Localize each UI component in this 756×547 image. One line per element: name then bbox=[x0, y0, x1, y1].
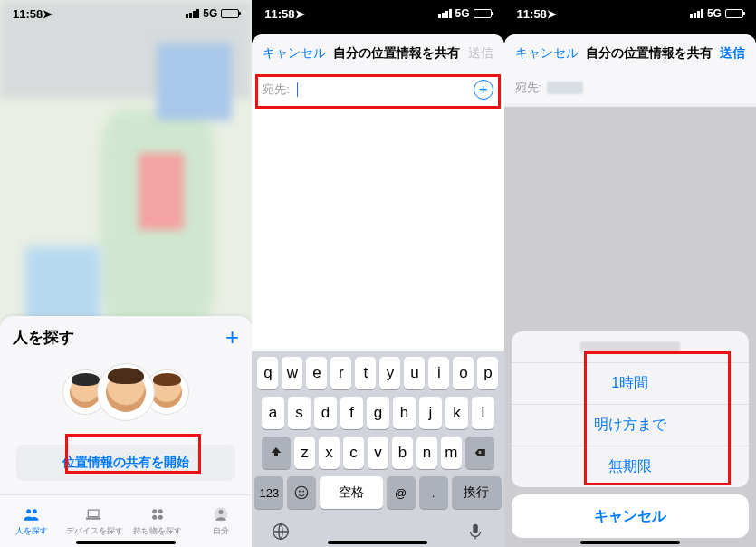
key-z[interactable]: z bbox=[294, 437, 315, 469]
home-indicator[interactable] bbox=[328, 541, 427, 544]
home-indicator[interactable] bbox=[580, 541, 680, 544]
globe-icon[interactable] bbox=[271, 522, 291, 542]
avatar-self[interactable] bbox=[97, 363, 155, 421]
key-f[interactable]: f bbox=[340, 397, 363, 429]
key-r[interactable]: r bbox=[330, 357, 351, 389]
share-modal: キャンセル 自分の位置情報を共有 送信 宛先: 1時間 明け方まで 無期限 キャ… bbox=[504, 34, 756, 547]
add-contact-button[interactable]: + bbox=[474, 80, 493, 100]
location-arrow-icon: ➤ bbox=[43, 7, 53, 21]
key-x[interactable]: x bbox=[319, 437, 340, 469]
modal-header: キャンセル 自分の位置情報を共有 送信 bbox=[504, 34, 756, 72]
shift-icon bbox=[269, 446, 283, 460]
svg-point-1 bbox=[158, 509, 163, 513]
tab-label: デバイスを探す bbox=[66, 525, 123, 537]
tab-label: 人を探す bbox=[15, 525, 48, 537]
at-key[interactable]: @ bbox=[387, 476, 416, 509]
key-p[interactable]: p bbox=[477, 357, 498, 389]
key-m[interactable]: m bbox=[441, 437, 462, 469]
key-n[interactable]: n bbox=[416, 437, 437, 469]
start-sharing-button[interactable]: 位置情報の共有を開始 bbox=[16, 445, 235, 481]
tab-me[interactable]: 自分 bbox=[189, 495, 253, 547]
key-o[interactable]: o bbox=[453, 357, 474, 389]
return-key[interactable]: 換行 bbox=[452, 476, 502, 509]
status-time: 11:58 bbox=[517, 7, 547, 21]
network-label: 5G bbox=[455, 7, 470, 20]
recipient-input[interactable] bbox=[298, 82, 474, 97]
avatar-group bbox=[0, 363, 252, 421]
signal-icon bbox=[438, 9, 452, 18]
svg-point-8 bbox=[303, 491, 305, 493]
network-label: 5G bbox=[203, 7, 217, 20]
numbers-key[interactable]: 123 bbox=[254, 476, 283, 509]
to-label: 宛先: bbox=[263, 82, 290, 98]
key-w[interactable]: w bbox=[282, 357, 302, 389]
sheet-cancel-button[interactable]: キャンセル bbox=[512, 494, 749, 538]
tab-label: 持ち物を探す bbox=[133, 525, 182, 537]
cancel-button[interactable]: キャンセル bbox=[515, 45, 579, 62]
recipient-redacted bbox=[547, 82, 583, 94]
key-a[interactable]: a bbox=[262, 397, 284, 429]
svg-point-2 bbox=[152, 515, 157, 520]
dot-key[interactable]: . bbox=[419, 476, 448, 509]
sheet-header-redacted bbox=[512, 331, 749, 362]
key-e[interactable]: e bbox=[306, 357, 327, 389]
modal-header: キャンセル 自分の位置情報を共有 送信 bbox=[252, 34, 503, 72]
key-k[interactable]: k bbox=[445, 397, 468, 429]
key-d[interactable]: d bbox=[314, 397, 337, 429]
key-j[interactable]: j bbox=[419, 397, 442, 429]
tab-people[interactable]: 人を探す bbox=[0, 495, 63, 547]
home-indicator[interactable] bbox=[76, 541, 176, 544]
modal-title: 自分の位置情報を共有 bbox=[586, 45, 713, 62]
backspace-key[interactable] bbox=[465, 437, 494, 469]
screen-share-duration: 11:58 ➤ 5G キャンセル 自分の位置情報を共有 送信 宛先: 1時間 明… bbox=[504, 0, 756, 547]
key-h[interactable]: h bbox=[393, 397, 416, 429]
status-bar: 11:58 ➤ 5G bbox=[0, 0, 252, 27]
battery-icon bbox=[725, 9, 743, 18]
svg-point-0 bbox=[152, 509, 157, 513]
option-one-hour[interactable]: 1時間 bbox=[512, 362, 749, 404]
key-g[interactable]: g bbox=[367, 397, 389, 429]
tab-bar: 人を探す デバイスを探す 持ち物を探す 自分 bbox=[0, 494, 252, 547]
share-modal: キャンセル 自分の位置情報を共有 送信 宛先: + qwertyuiop asd… bbox=[252, 34, 503, 547]
key-l[interactable]: l bbox=[472, 397, 494, 429]
option-until-morning[interactable]: 明け方まで bbox=[512, 404, 749, 446]
add-person-button[interactable]: + bbox=[225, 325, 239, 349]
send-button[interactable]: 送信 bbox=[720, 45, 745, 62]
emoji-key[interactable] bbox=[287, 476, 316, 509]
shift-key[interactable] bbox=[262, 437, 291, 469]
tab-devices[interactable]: デバイスを探す bbox=[63, 495, 127, 547]
key-i[interactable]: i bbox=[428, 357, 449, 389]
keyboard: qwertyuiop asdfghjkl zxcvbnm 123 空格 @ . bbox=[252, 351, 503, 547]
recipient-row[interactable]: 宛先: bbox=[504, 72, 756, 103]
start-sharing-label: 位置情報の共有を開始 bbox=[62, 455, 189, 471]
network-label: 5G bbox=[707, 7, 722, 20]
battery-icon bbox=[474, 9, 492, 18]
location-arrow-icon: ➤ bbox=[547, 7, 557, 21]
key-b[interactable]: b bbox=[392, 437, 413, 469]
key-t[interactable]: t bbox=[355, 357, 376, 389]
key-s[interactable]: s bbox=[288, 397, 311, 429]
key-u[interactable]: u bbox=[404, 357, 425, 389]
signal-icon bbox=[186, 9, 199, 18]
screen-share-compose: 11:58 ➤ 5G キャンセル 自分の位置情報を共有 送信 宛先: + qwe… bbox=[252, 0, 503, 547]
svg-point-6 bbox=[296, 486, 309, 499]
key-c[interactable]: c bbox=[343, 437, 364, 469]
send-button[interactable]: 送信 bbox=[468, 45, 493, 62]
key-y[interactable]: y bbox=[379, 357, 400, 389]
cancel-button[interactable]: キャンセル bbox=[263, 45, 326, 62]
status-bar: 11:58 ➤ 5G bbox=[504, 0, 756, 27]
key-q[interactable]: q bbox=[257, 357, 278, 389]
tab-items[interactable]: 持ち物を探す bbox=[126, 495, 189, 547]
location-arrow-icon: ➤ bbox=[295, 7, 305, 21]
screen-find-people: 11:58 ➤ 5G 人を探す + 位置情報の共有を開始 人を探す bbox=[0, 0, 252, 547]
people-sheet: 人を探す + 位置情報の共有を開始 人を探す デバイスを探す 持ち物を探す bbox=[0, 316, 252, 547]
recipient-row[interactable]: 宛先: + bbox=[252, 72, 503, 107]
people-icon bbox=[22, 505, 42, 523]
key-v[interactable]: v bbox=[368, 437, 388, 469]
mic-icon[interactable] bbox=[465, 522, 485, 542]
option-forever[interactable]: 無期限 bbox=[512, 446, 749, 487]
modal-title: 自分の位置情報を共有 bbox=[333, 45, 460, 62]
status-time: 11:58 bbox=[13, 7, 43, 21]
space-key[interactable]: 空格 bbox=[320, 476, 382, 509]
svg-point-3 bbox=[158, 515, 163, 520]
